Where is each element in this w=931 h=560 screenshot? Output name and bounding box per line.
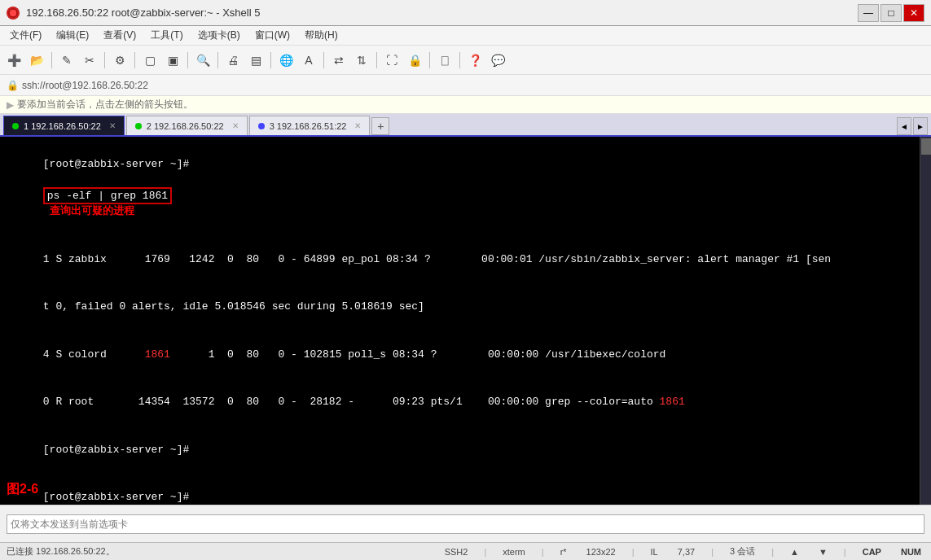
menu-window[interactable]: 窗口(W): [248, 27, 296, 44]
toolbar-sep-6: [270, 52, 271, 68]
tab-1-close[interactable]: ✕: [109, 121, 116, 130]
toolbar-lock[interactable]: 🔒: [404, 50, 425, 71]
menu-view[interactable]: 查看(V): [97, 27, 143, 44]
terminal-area[interactable]: [root@zabbix-server ~]# ps -elf | grep 1…: [0, 137, 931, 505]
menu-tools[interactable]: 工具(T): [144, 27, 189, 44]
toolbar-keyboard[interactable]: ⎕: [434, 50, 455, 71]
tab-1-label: 1 192.168.26.50:22: [24, 121, 101, 131]
status-sep-3: |: [632, 547, 635, 557]
terminal-size: 123x22: [583, 547, 619, 557]
toolbar-sep-2: [104, 52, 105, 68]
size-label: r*: [557, 547, 570, 557]
title-bar: 192.168.26.50:22 root@zabbix-server:~ - …: [0, 0, 931, 26]
toolbar-config[interactable]: ⚙: [109, 50, 130, 71]
menu-file[interactable]: 文件(F): [3, 27, 48, 44]
scroll-down-button[interactable]: ▼: [815, 547, 831, 557]
terminal-type: xterm: [499, 547, 529, 557]
toolbar-new[interactable]: ➕: [3, 50, 24, 71]
info-arrow-icon: ▶: [7, 99, 14, 111]
terminal-scrollbar[interactable]: [920, 137, 931, 505]
minimize-button[interactable]: —: [858, 4, 879, 22]
tab-2-label: 2 192.168.26.50:22: [147, 121, 224, 131]
tab-2-dot: [135, 123, 142, 129]
menu-edit[interactable]: 编辑(E): [50, 27, 95, 44]
scroll-up-button[interactable]: ▲: [787, 547, 802, 557]
toolbar-sep-1: [51, 52, 52, 68]
toolbar-open[interactable]: 📂: [26, 50, 47, 71]
menu-bar: 文件(F) 编辑(E) 查看(V) 工具(T) 选项卡(B) 窗口(W) 帮助(…: [0, 26, 931, 46]
status-sep-1: |: [484, 547, 486, 557]
tab-2-close[interactable]: ✕: [232, 121, 239, 130]
toolbar-fullscreen[interactable]: ⛶: [381, 50, 402, 71]
info-bar: ▶ 要添加当前会话，点击左侧的箭头按钮。: [0, 96, 931, 114]
num-indicator: NUM: [898, 547, 924, 557]
tab-3-dot: [258, 123, 265, 129]
terminal-line-3: t 0, failed 0 alerts, idle 5.018546 sec …: [5, 283, 916, 331]
tab-3-label: 3 192.168.26.51:22: [270, 121, 347, 131]
tab-nav: ◄ ►: [897, 117, 928, 135]
tab-3[interactable]: 3 192.168.26.51:22 ✕: [249, 116, 371, 135]
status-sep-6: |: [844, 547, 846, 557]
command-ps: ps -elf | grep 1861: [43, 187, 172, 204]
tab-next-button[interactable]: ►: [913, 117, 928, 135]
toolbar-sep-7: [323, 52, 324, 68]
app-icon: [7, 7, 20, 20]
menu-tabs[interactable]: 选项卡(B): [191, 27, 247, 44]
pid-red: 1861: [145, 348, 170, 361]
prompt-1: [root@zabbix-server ~]#: [43, 158, 189, 170]
toolbar-copy[interactable]: ▢: [139, 50, 160, 71]
title-text: 192.168.26.50:22 root@zabbix-server:~ - …: [26, 7, 260, 19]
address-bar: 🔒 ssh://root@192.168.26.50:22: [0, 75, 931, 96]
toolbar-sep-9: [429, 52, 430, 68]
toolbar-transfer[interactable]: ⇄: [328, 50, 349, 71]
toolbar-search[interactable]: 🔍: [192, 50, 213, 71]
toolbar-paste[interactable]: ▣: [162, 50, 183, 71]
tab-1-dot: [12, 123, 19, 129]
terminal-line-4: 4 S colord 1861 1 0 80 0 - 102815 poll_s…: [5, 330, 916, 378]
status-sep-2: |: [542, 547, 544, 557]
address-value[interactable]: ssh://root@192.168.26.50:22: [22, 80, 148, 91]
toolbar: ➕ 📂 ✎ ✂ ⚙ ▢ ▣ 🔍 🖨 ▤ 🌐 A ⇄ ⇅ ⛶ 🔒 ⎕ ❓ 💬: [0, 46, 931, 75]
menu-help[interactable]: 帮助(H): [298, 27, 345, 44]
speed-label: IL: [648, 547, 661, 557]
tab-bar: 1 192.168.26.50:22 ✕ 2 192.168.26.50:22 …: [0, 114, 931, 137]
toolbar-cut[interactable]: ✂: [79, 50, 100, 71]
toolbar-globe[interactable]: 🌐: [275, 50, 296, 71]
terminal-line-1: [root@zabbix-server ~]# ps -elf | grep 1…: [5, 140, 916, 235]
scroll-thumb[interactable]: [921, 138, 931, 155]
annotation-1: 查询出可疑的进程: [50, 205, 134, 217]
status-bar: 已连接 192.168.26.50:22。 SSH2 | xterm | r* …: [0, 542, 931, 560]
toolbar-help[interactable]: ❓: [464, 50, 485, 71]
toolbar-chat[interactable]: 💬: [487, 50, 508, 71]
toolbar-sep-5: [217, 52, 218, 68]
terminal-line-7: [root@zabbix-server ~]# kill -9 1861 将可疑…: [5, 474, 916, 505]
protocol-status: SSH2: [441, 547, 472, 557]
send-text-input[interactable]: [7, 514, 924, 534]
toolbar-edit[interactable]: ✎: [56, 50, 77, 71]
tab-1[interactable]: 1 192.168.26.50:22 ✕: [3, 116, 125, 135]
tab-prev-button[interactable]: ◄: [897, 117, 911, 135]
window-controls: — □ ✕: [858, 4, 924, 22]
maximize-button[interactable]: □: [880, 4, 902, 22]
close-button[interactable]: ✕: [903, 4, 924, 22]
terminal-line-6: [root@zabbix-server ~]#: [5, 426, 916, 474]
cap-indicator: CAP: [859, 547, 885, 557]
toolbar-sep-4: [187, 52, 188, 68]
info-text: 要添加当前会话，点击左侧的箭头按钮。: [17, 98, 193, 112]
tab-3-close[interactable]: ✕: [354, 121, 361, 130]
add-tab-button[interactable]: +: [371, 117, 389, 135]
toolbar-print2[interactable]: ▤: [245, 50, 266, 71]
sessions-count: 3 会话: [727, 545, 758, 558]
address-icon: 🔒: [7, 80, 19, 91]
toolbar-sep-10: [459, 52, 460, 68]
terminal-line-2: 1 S zabbix 1769 1242 0 80 0 - 64899 ep_p…: [5, 235, 916, 283]
status-sep-5: |: [771, 547, 774, 557]
toolbar-sep-3: [134, 52, 135, 68]
toolbar-sftp[interactable]: ⇅: [351, 50, 372, 71]
status-sep-4: |: [711, 547, 714, 557]
input-bar: [0, 505, 931, 542]
toolbar-print[interactable]: 🖨: [222, 50, 244, 71]
tab-2[interactable]: 2 192.168.26.50:22 ✕: [126, 116, 248, 135]
connection-status: 已连接 192.168.26.50:22。: [7, 545, 428, 558]
toolbar-font[interactable]: A: [298, 50, 319, 71]
